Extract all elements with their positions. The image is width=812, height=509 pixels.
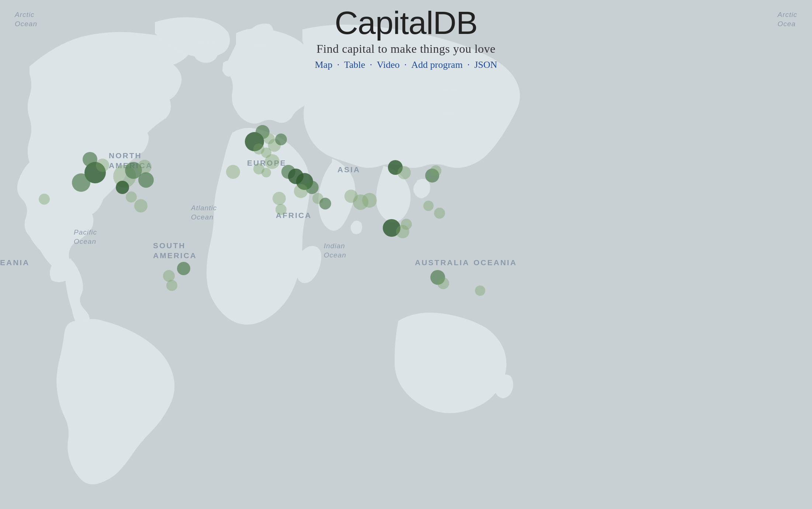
nav-map[interactable]: Map <box>315 59 333 70</box>
marker-na-8[interactable] <box>138 172 154 188</box>
label-arctic-ocean-right: ArcticOcea <box>778 10 798 28</box>
marker-ca-5[interactable] <box>362 193 377 208</box>
app-title: CapitalDB <box>315 7 497 39</box>
sep2: · <box>370 59 375 70</box>
marker-ea-2[interactable] <box>398 166 411 179</box>
marker-ea-4[interactable] <box>430 165 441 176</box>
nav-links: Map · Table · Video · Add program · JSON <box>315 59 497 70</box>
sep4: · <box>467 59 472 70</box>
header: CapitalDB Find capital to make things yo… <box>315 0 497 70</box>
label-asia: ASIA <box>337 165 360 174</box>
world-map-svg <box>0 0 812 509</box>
nav-table[interactable]: Table <box>344 59 365 70</box>
marker-eu-11[interactable] <box>261 168 271 177</box>
marker-sea-1[interactable] <box>423 201 434 211</box>
label-atlantic-ocean: AtlanticOcean <box>191 204 217 222</box>
marker-na-9[interactable] <box>116 181 129 194</box>
marker-eu-7[interactable] <box>275 134 287 145</box>
marker-eu-8[interactable] <box>265 154 280 169</box>
marker-au-2[interactable] <box>437 277 449 289</box>
marker-na-2[interactable] <box>72 173 90 192</box>
marker-ca-2[interactable] <box>319 198 331 210</box>
marker-na-7[interactable] <box>138 160 152 174</box>
sep3: · <box>404 59 409 70</box>
label-oceania-left: EANIA <box>0 258 30 267</box>
marker-aus-3[interactable] <box>401 219 412 230</box>
nav-add-program[interactable]: Add program <box>411 59 462 70</box>
marker-me-5[interactable] <box>294 184 308 198</box>
map-container: ArcticOcean ArcticOcea NORTHAMERICA SOUT… <box>0 0 812 509</box>
marker-na-11[interactable] <box>134 199 148 212</box>
label-indian-ocean: IndianOcean <box>324 242 346 260</box>
label-australia: AUSTRALIA <box>415 258 469 267</box>
label-south-america: SOUTHAMERICA <box>153 240 197 261</box>
label-arctic-ocean-left: ArcticOcean <box>15 10 37 28</box>
marker-me-6[interactable] <box>273 192 286 205</box>
marker-na-3[interactable] <box>83 152 97 167</box>
marker-eu-9[interactable] <box>226 165 240 179</box>
label-oceania-right: OCEANIA <box>473 258 517 267</box>
nav-video[interactable]: Video <box>377 59 400 70</box>
marker-sa-1[interactable] <box>177 262 190 275</box>
marker-au-3[interactable] <box>475 285 485 296</box>
app-subtitle: Find capital to make things you love <box>315 42 497 56</box>
marker-isolated-west[interactable] <box>39 194 50 205</box>
marker-na-10[interactable] <box>126 191 137 202</box>
marker-na-4[interactable] <box>96 159 109 172</box>
nav-json[interactable]: JSON <box>474 59 497 70</box>
sep1: · <box>337 59 342 70</box>
marker-me-7[interactable] <box>275 204 287 215</box>
label-pacific-ocean: PacificOcean <box>74 228 97 246</box>
marker-sea-2[interactable] <box>434 208 445 219</box>
marker-sa-3[interactable] <box>166 280 177 291</box>
